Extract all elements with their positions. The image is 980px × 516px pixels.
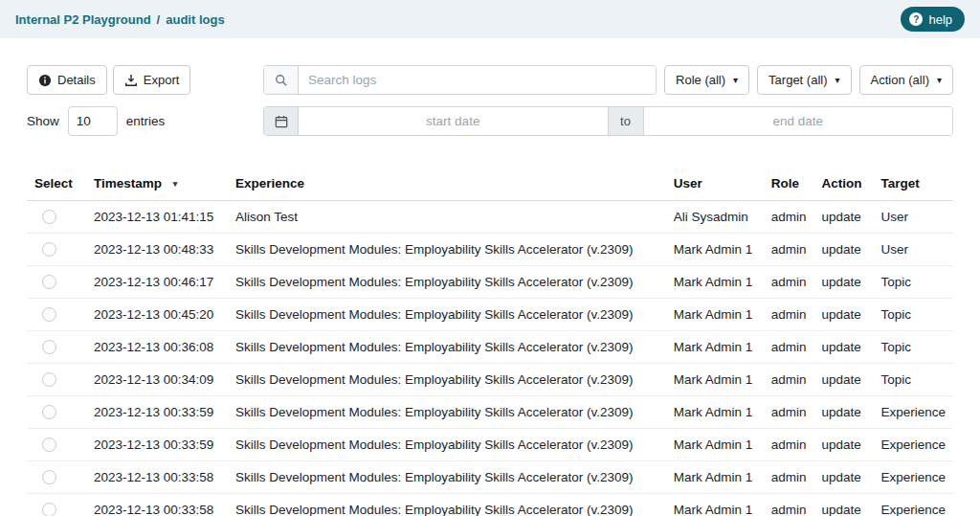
- show-label: Show: [27, 114, 59, 128]
- row-select-checkbox[interactable]: [42, 275, 56, 289]
- top-bar: Internal P2 Playground / audit logs ? he…: [0, 0, 980, 38]
- search-filter-row: Role (all) ▾ Target (all) ▾ Action (all)…: [263, 65, 953, 95]
- audit-log-table: Select Timestamp ▾ Experience User Role: [27, 168, 953, 516]
- cell-user: Mark Admin 1: [666, 331, 764, 364]
- column-header-timestamp[interactable]: Timestamp ▾: [86, 168, 228, 201]
- entries-count-input[interactable]: [68, 106, 118, 136]
- table-header-row: Select Timestamp ▾ Experience User Role: [27, 168, 953, 201]
- cell-select: [27, 331, 86, 364]
- start-date-input[interactable]: [299, 107, 608, 135]
- info-icon: [38, 74, 52, 87]
- cell-target: Experience: [873, 461, 953, 494]
- column-header-experience-label: Experience: [235, 176, 304, 191]
- date-range-group: to: [263, 106, 953, 136]
- show-entries-control: Show entries: [27, 106, 263, 136]
- role-filter-dropdown[interactable]: Role (all) ▾: [664, 65, 749, 95]
- cell-action: update: [813, 299, 873, 331]
- cell-role: admin: [764, 266, 814, 299]
- row-select-checkbox[interactable]: [42, 210, 56, 224]
- cell-user: Mark Admin 1: [666, 234, 764, 266]
- cell-action: update: [813, 234, 873, 266]
- help-button-label: help: [928, 12, 952, 27]
- row-select-checkbox[interactable]: [42, 242, 56, 257]
- cell-experience: Alison Test: [228, 201, 666, 234]
- row-select-checkbox[interactable]: [42, 340, 56, 354]
- row-select-checkbox[interactable]: [42, 405, 56, 419]
- cell-target: Topic: [873, 364, 953, 396]
- cell-experience: Skills Development Modules: Employabilit…: [228, 461, 666, 494]
- cell-select: [27, 364, 86, 396]
- cell-target: Topic: [873, 299, 953, 331]
- column-header-user[interactable]: User: [666, 168, 764, 201]
- cell-action: update: [813, 331, 873, 364]
- table-row: 2023-12-13 00:48:33Skills Development Mo…: [27, 234, 953, 266]
- cell-select: [27, 429, 86, 461]
- sort-descending-icon: ▾: [173, 179, 178, 189]
- action-filter-label: Action (all): [871, 73, 929, 87]
- search-group: [263, 65, 657, 95]
- audit-log-table-wrap: Select Timestamp ▾ Experience User Role: [27, 168, 953, 516]
- cell-select: [27, 299, 86, 331]
- column-header-timestamp-label: Timestamp: [94, 176, 162, 191]
- row-select-checkbox[interactable]: [42, 437, 56, 452]
- breadcrumb: Internal P2 Playground / audit logs: [15, 12, 225, 27]
- column-header-target[interactable]: Target: [873, 168, 953, 201]
- details-button-label: Details: [57, 73, 96, 87]
- cell-experience: Skills Development Modules: Employabilit…: [228, 266, 666, 299]
- column-header-action-label: Action: [821, 176, 861, 191]
- details-button[interactable]: Details: [27, 65, 107, 95]
- cell-target: User: [873, 234, 953, 266]
- cell-target: Topic: [873, 266, 953, 299]
- cell-role: admin: [764, 331, 814, 364]
- cell-timestamp: 2023-12-13 00:33:58: [86, 494, 228, 516]
- cell-select: [27, 461, 86, 494]
- cell-timestamp: 2023-12-13 00:45:20: [86, 299, 228, 331]
- row-select-checkbox[interactable]: [42, 470, 56, 484]
- export-button[interactable]: Export: [113, 65, 191, 95]
- cell-role: admin: [764, 429, 814, 461]
- controls: Details Export Role (all) ▾ T: [27, 65, 953, 136]
- cell-experience: Skills Development Modules: Employabilit…: [228, 364, 666, 396]
- cell-action: update: [813, 396, 873, 429]
- column-header-experience[interactable]: Experience: [228, 168, 666, 201]
- row-select-checkbox[interactable]: [42, 503, 56, 516]
- column-header-select: Select: [27, 168, 86, 201]
- row-select-checkbox[interactable]: [42, 372, 56, 387]
- cell-experience: Skills Development Modules: Employabilit…: [228, 234, 666, 266]
- cell-role: admin: [764, 364, 814, 396]
- cell-user: Mark Admin 1: [666, 429, 764, 461]
- cell-user: Ali Sysadmin: [666, 201, 764, 234]
- cell-select: [27, 234, 86, 266]
- cell-user: Mark Admin 1: [666, 266, 764, 299]
- cell-timestamp: 2023-12-13 00:34:09: [86, 364, 228, 396]
- table-row: 2023-12-13 00:36:08Skills Development Mo…: [27, 331, 953, 364]
- breadcrumb-root-link[interactable]: Internal P2 Playground: [15, 12, 151, 27]
- cell-target: Experience: [873, 429, 953, 461]
- cell-action: update: [813, 364, 873, 396]
- cell-role: admin: [764, 201, 814, 234]
- cell-select: [27, 494, 86, 516]
- cell-user: Mark Admin 1: [666, 364, 764, 396]
- target-filter-label: Target (all): [768, 73, 827, 87]
- table-row: 2023-12-13 00:45:20Skills Development Mo…: [27, 299, 953, 331]
- action-filter-dropdown[interactable]: Action (all) ▾: [859, 65, 953, 95]
- row-select-checkbox[interactable]: [42, 307, 56, 322]
- role-filter-label: Role (all): [676, 73, 725, 87]
- cell-experience: Skills Development Modules: Employabilit…: [228, 494, 666, 516]
- search-input[interactable]: [299, 66, 656, 94]
- help-button[interactable]: ? help: [901, 7, 965, 32]
- column-header-user-label: User: [674, 176, 702, 191]
- column-header-role[interactable]: Role: [764, 168, 814, 201]
- table-row: 2023-12-13 00:34:09Skills Development Mo…: [27, 364, 953, 396]
- column-header-target-label: Target: [880, 176, 919, 191]
- cell-timestamp: 2023-12-13 00:33:58: [86, 461, 228, 494]
- cell-role: admin: [764, 299, 814, 331]
- end-date-input[interactable]: [644, 107, 953, 135]
- cell-role: admin: [764, 461, 814, 494]
- calendar-icon: [264, 107, 299, 135]
- cell-experience: Skills Development Modules: Employabilit…: [228, 299, 666, 331]
- target-filter-dropdown[interactable]: Target (all) ▾: [757, 65, 851, 95]
- column-header-action[interactable]: Action: [813, 168, 873, 201]
- cell-action: update: [813, 461, 873, 494]
- cell-action: update: [813, 201, 873, 234]
